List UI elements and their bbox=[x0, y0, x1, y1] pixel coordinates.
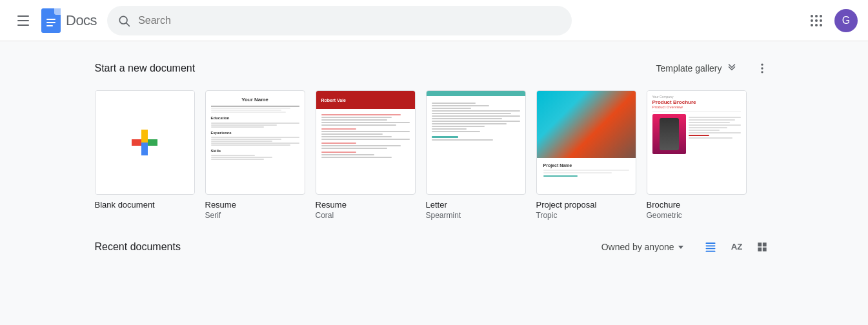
avatar[interactable]: G bbox=[834, 9, 858, 32]
header-actions: G bbox=[803, 8, 858, 34]
template-name-resume-serif: Resume bbox=[205, 200, 305, 210]
grid-view-button[interactable] bbox=[751, 235, 774, 259]
owned-by-button[interactable]: Owned by anyone bbox=[596, 238, 689, 256]
main-content: Start a new document Template gallery bbox=[0, 41, 868, 325]
blank-thumbnail bbox=[95, 90, 195, 195]
view-toggle-buttons: AZ bbox=[699, 235, 774, 259]
template-header-controls: Template gallery bbox=[651, 57, 774, 80]
template-name-brochure-geometric: Brochure bbox=[647, 200, 747, 210]
apps-button[interactable] bbox=[803, 8, 829, 34]
search-bar bbox=[107, 6, 572, 35]
template-section: Start a new document Template gallery bbox=[79, 41, 789, 230]
svg-rect-7 bbox=[705, 248, 715, 250]
template-section-header: Start a new document Template gallery bbox=[95, 57, 774, 80]
svg-rect-5 bbox=[705, 242, 715, 244]
expand-icon bbox=[726, 63, 738, 74]
grid-dots-icon bbox=[811, 15, 822, 26]
search-icon bbox=[117, 14, 130, 27]
template-sub-letter-spearmint: Spearmint bbox=[426, 211, 526, 220]
template-card-blank[interactable]: Blank document bbox=[95, 90, 195, 220]
template-section-title: Start a new document bbox=[95, 63, 196, 74]
docs-logo-icon bbox=[41, 8, 61, 33]
project-proposal-thumbnail: Project Name bbox=[536, 90, 636, 195]
svg-point-2 bbox=[761, 64, 763, 66]
resume-coral-thumbnail: Robert Vale bbox=[316, 90, 416, 195]
dropdown-arrow-icon bbox=[678, 246, 683, 249]
letter-spearmint-thumbnail bbox=[426, 90, 526, 195]
template-card-resume-coral[interactable]: Robert Vale bbox=[316, 90, 416, 220]
svg-line-1 bbox=[126, 23, 130, 26]
svg-point-3 bbox=[761, 67, 763, 69]
list-view-button[interactable] bbox=[699, 235, 722, 259]
template-gallery-button[interactable]: Template gallery bbox=[651, 59, 743, 78]
logo-link[interactable]: Docs bbox=[41, 8, 97, 33]
app-header: Docs G bbox=[0, 0, 868, 41]
template-name-blank: Blank document bbox=[95, 200, 195, 210]
recent-section: Recent documents Owned by anyone bbox=[79, 230, 789, 259]
svg-rect-8 bbox=[705, 251, 715, 252]
template-sub-brochure-geometric: Geometric bbox=[647, 211, 747, 220]
menu-button[interactable] bbox=[10, 8, 36, 34]
recent-section-title: Recent documents bbox=[95, 241, 181, 253]
recent-controls: Owned by anyone AZ bbox=[596, 235, 774, 259]
template-card-project-proposal[interactable]: Project Name Project proposal Tropic bbox=[536, 90, 636, 220]
template-gallery-label: Template gallery bbox=[656, 63, 722, 74]
template-card-brochure-geometric[interactable]: Your Company Product Brochure Product Ov… bbox=[647, 90, 747, 220]
app-name: Docs bbox=[66, 12, 97, 29]
template-sub-project-proposal: Tropic bbox=[536, 211, 636, 220]
template-name-project-proposal: Project proposal bbox=[536, 200, 636, 210]
template-sub-resume-coral: Coral bbox=[316, 211, 416, 220]
template-sub-resume-serif: Serif bbox=[205, 211, 305, 220]
resume-serif-thumbnail: Your Name Education Experience bbox=[205, 90, 305, 195]
more-options-button[interactable] bbox=[751, 57, 774, 80]
hamburger-icon bbox=[17, 15, 29, 26]
template-card-letter-spearmint[interactable]: Letter Spearmint bbox=[426, 90, 526, 220]
template-name-resume-coral: Resume bbox=[316, 200, 416, 210]
template-card-resume-serif[interactable]: Your Name Education Experience bbox=[205, 90, 305, 220]
sort-button[interactable]: AZ bbox=[725, 235, 748, 259]
svg-text:AZ: AZ bbox=[731, 242, 742, 251]
recent-section-header: Recent documents Owned by anyone bbox=[95, 235, 774, 259]
template-grid: Blank document Your Name Education bbox=[95, 90, 774, 220]
svg-point-4 bbox=[761, 71, 763, 73]
brochure-geometric-thumbnail: Your Company Product Brochure Product Ov… bbox=[647, 90, 747, 195]
template-name-letter-spearmint: Letter bbox=[426, 200, 526, 210]
svg-rect-6 bbox=[705, 246, 715, 247]
search-input[interactable] bbox=[138, 15, 561, 26]
owned-by-label: Owned by anyone bbox=[601, 242, 674, 252]
